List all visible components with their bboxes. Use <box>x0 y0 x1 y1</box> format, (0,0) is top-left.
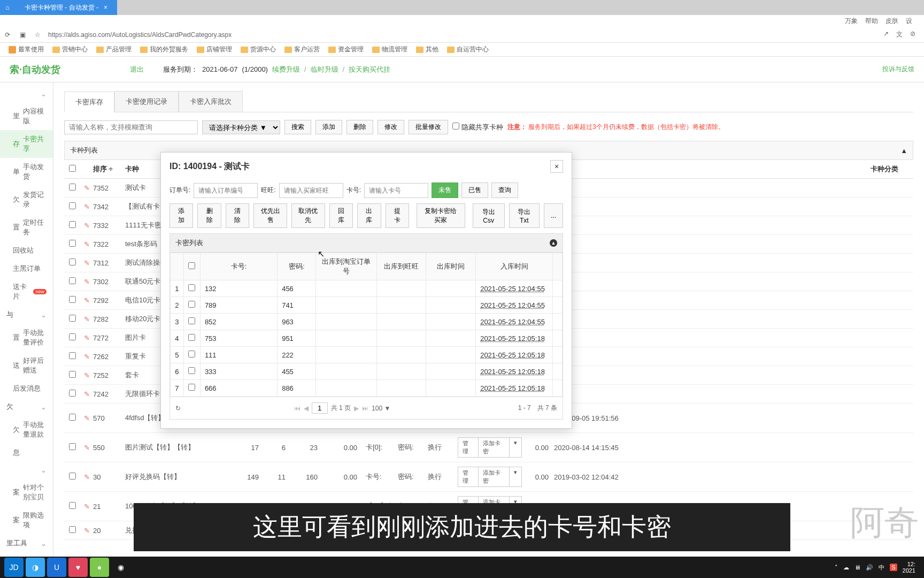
in-time-link[interactable]: 2021-05-25 12:04:55 <box>480 301 545 309</box>
row-checkbox[interactable] <box>69 371 76 378</box>
feedback-link[interactable]: 投诉与反馈 <box>882 65 914 74</box>
bookmark-item[interactable]: 产品管理 <box>96 45 132 54</box>
modal-table-row[interactable]: 27897412021-05-25 12:04:55 <box>171 297 563 314</box>
bookmark-item[interactable]: 自运营中心 <box>447 45 489 54</box>
row-checkbox[interactable] <box>69 390 76 397</box>
modal-action-button[interactable]: 回库 <box>329 203 353 228</box>
query-button[interactable]: 查询 <box>491 182 518 198</box>
sidebar-item[interactable]: 主黑订单 <box>0 260 53 278</box>
sub-tab-batch[interactable]: 卡密入库批次 <box>179 91 243 112</box>
add-button[interactable]: 添加 <box>315 120 342 134</box>
row-checkbox[interactable] <box>188 317 195 324</box>
modal-action-button[interactable]: 导出Txt <box>509 203 540 228</box>
row-checkbox[interactable] <box>188 284 195 291</box>
in-time-link[interactable]: 2021-05-25 12:05:18 <box>480 334 545 343</box>
dropdown-icon[interactable]: ▾ <box>510 467 521 486</box>
unsold-button[interactable]: 未售 <box>432 182 458 198</box>
row-checkbox[interactable] <box>69 258 76 265</box>
sidebar-section[interactable]: 欠⌄ <box>0 398 53 416</box>
sidebar-item[interactable]: 里内容模版 <box>0 102 53 130</box>
external-icon[interactable]: ↗ <box>883 30 889 39</box>
table-row[interactable]: ✎30好评兑换码【转】149111600.00卡号:密码:换行管理添加卡密▾0.… <box>64 462 913 492</box>
modal-table-row[interactable]: 63334552021-05-25 12:05:18 <box>171 363 563 380</box>
row-checkbox[interactable] <box>69 240 76 247</box>
modal-action-button[interactable]: 清除 <box>226 203 249 228</box>
row-checkbox[interactable] <box>69 333 76 340</box>
sidebar-item-active[interactable]: 存卡密共享 <box>0 130 53 158</box>
edit-button[interactable]: 修改 <box>378 120 404 134</box>
page-size-select[interactable]: 100 ▼ <box>372 405 390 412</box>
modal-table-row[interactable]: 76668862021-05-25 12:05:18 <box>171 380 563 397</box>
refresh-icon[interactable]: ↻ <box>175 405 181 412</box>
row-checkbox[interactable] <box>69 184 76 191</box>
in-time-link[interactable]: 2021-05-25 12:04:55 <box>480 285 545 293</box>
sub-tab-usage[interactable]: 卡密使用记录 <box>114 91 179 112</box>
favorite-icon[interactable]: ☆ <box>33 31 42 39</box>
top-link-settings[interactable]: 设 <box>906 17 912 26</box>
add-card-button[interactable]: 添加卡密 <box>479 438 510 457</box>
tray-ime-icon[interactable]: 中 <box>879 564 884 572</box>
taskbar-chrome-icon[interactable]: ◉ <box>111 558 130 577</box>
modal-table-row[interactable]: 11324562021-05-25 12:04:55 <box>171 280 563 297</box>
sidebar-item[interactable]: 欠手动批量退款 <box>0 416 53 444</box>
row-checkbox[interactable] <box>69 202 76 209</box>
tray-chevron-icon[interactable]: ˄ <box>835 564 838 571</box>
manage-button[interactable]: 管理 <box>458 467 479 486</box>
batch-edit-button[interactable]: 批量修改 <box>409 120 448 134</box>
taskbar-app-icon[interactable]: JD <box>4 558 24 577</box>
renew-link[interactable]: 续费升级 <box>272 65 300 74</box>
modal-action-button[interactable]: 出库 <box>357 203 381 228</box>
active-tab[interactable]: 卡密卡种管理 - 自动发货 - × <box>15 0 117 15</box>
modal-action-button[interactable]: 复制卡密给买家 <box>417 203 465 228</box>
modal-action-button[interactable]: 添加 <box>170 203 193 228</box>
sidebar-item[interactable]: 单手动发货 <box>0 158 53 186</box>
bookmark-item[interactable]: 货源中心 <box>241 45 276 54</box>
manage-button[interactable]: 管理 <box>458 438 479 457</box>
shield-icon[interactable]: ⊘ <box>910 30 915 39</box>
dropdown-icon[interactable]: ▾ <box>510 438 521 457</box>
row-checkbox[interactable] <box>69 526 76 533</box>
order-input[interactable] <box>194 183 258 198</box>
bookmark-item[interactable]: 其他 <box>416 45 438 54</box>
col-sort[interactable]: 排序 ÷ <box>93 164 125 174</box>
url-text[interactable]: https://alds.agiso.com/AutoLogistics/Ald… <box>48 31 877 39</box>
page-input[interactable] <box>312 402 328 414</box>
sidebar-section[interactable]: 与⌄ <box>0 306 53 324</box>
modal-action-button[interactable]: 删除 <box>197 203 221 228</box>
sidebar-item[interactable]: 送卡片new <box>0 278 53 306</box>
search-button[interactable]: 搜索 <box>284 120 311 134</box>
sidebar-item[interactable]: 案针对个别宝贝 <box>0 478 53 506</box>
row-checkbox[interactable] <box>188 351 195 358</box>
sub-tab-stock[interactable]: 卡密库存 <box>64 92 114 112</box>
bookmark-item[interactable]: 店铺管理 <box>197 45 232 54</box>
wangwang-input[interactable] <box>279 183 343 198</box>
row-checkbox[interactable] <box>69 414 76 421</box>
refresh-icon[interactable]: ⟳ <box>3 31 12 39</box>
row-checkbox[interactable] <box>69 296 76 303</box>
pager-last-icon[interactable]: ⏭ <box>362 405 368 412</box>
row-checkbox[interactable] <box>69 315 76 322</box>
taskbar-app-icon[interactable]: ◑ <box>26 558 45 577</box>
row-checkbox[interactable] <box>69 277 76 284</box>
row-checkbox[interactable] <box>188 367 195 374</box>
hide-share-checkbox[interactable]: 隐藏共享卡种 <box>452 123 503 132</box>
pager-prev-icon[interactable]: ◀ <box>304 405 309 412</box>
taskbar-app-icon[interactable]: ● <box>90 558 109 577</box>
modal-action-button[interactable]: 导出Csv <box>473 203 505 228</box>
in-time-link[interactable]: 2021-05-25 12:04:55 <box>480 318 545 326</box>
sidebar-section[interactable]: ⌄ <box>0 86 53 102</box>
collapse-icon[interactable]: ▲ <box>550 239 557 247</box>
sidebar-item[interactable]: 案限购选项 <box>0 506 53 534</box>
modal-action-button[interactable]: 取消优先 <box>291 203 325 228</box>
add-card-button[interactable]: 添加卡密 <box>479 467 510 486</box>
bookmark-item[interactable]: 我的外贸服务 <box>140 45 188 54</box>
row-checkbox[interactable] <box>188 301 195 308</box>
pager-first-icon[interactable]: ⏮ <box>294 405 301 412</box>
sidebar-item[interactable]: 后发消息 <box>0 379 53 398</box>
sidebar-item[interactable]: 送好评后赠送 <box>0 352 53 379</box>
tray-sogou-icon[interactable]: S <box>890 564 897 571</box>
top-link-help[interactable]: 帮助 <box>865 17 878 26</box>
row-checkbox[interactable] <box>69 473 76 480</box>
bookmark-item[interactable]: 资金管理 <box>328 45 364 54</box>
tray-screen-icon[interactable]: 🖥 <box>854 564 860 571</box>
